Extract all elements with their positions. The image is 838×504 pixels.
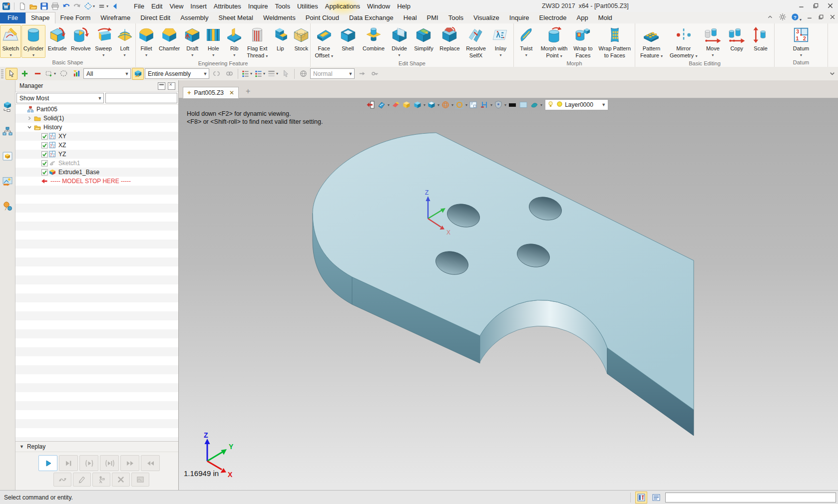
viewport-canvas[interactable]: Z X Z Y X <box>179 98 838 491</box>
part-top-face[interactable] <box>313 133 694 410</box>
ribbon-button-datum[interactable]: 312Datum▾ <box>791 25 812 58</box>
panel-chevron-icon[interactable] <box>826 68 838 80</box>
ribbon-button-chamfer[interactable]: Chamfer <box>157 25 182 52</box>
chevron-down-icon[interactable]: ▾ <box>504 103 506 107</box>
tree-row-xy[interactable]: XY <box>15 132 178 141</box>
chevron-down-icon[interactable]: ▾ <box>423 103 425 107</box>
document-restore-button[interactable] <box>818 13 825 22</box>
chevron-down-icon[interactable]: ▾ <box>490 103 492 107</box>
silhouette-ring-icon[interactable] <box>454 100 464 110</box>
ribbon-button-simplify[interactable]: Simplify <box>412 25 435 52</box>
expander-expanded-icon[interactable] <box>25 124 33 130</box>
assembly-shield-icon[interactable] <box>493 100 503 110</box>
tree-row-history[interactable]: History <box>15 123 178 132</box>
ribbon-button-stock[interactable]: Stock <box>291 25 312 52</box>
face-display-icon[interactable] <box>426 100 436 110</box>
menu-tools[interactable]: Tools <box>272 1 294 11</box>
toolbar-grip[interactable] <box>1 69 3 78</box>
back-triangle-icon[interactable] <box>111 2 119 10</box>
ribbon-button-flag-ext-thread[interactable]: Flag ExtThread ▾ <box>245 25 270 60</box>
window-close-button[interactable] <box>827 2 834 11</box>
pick-stack-icon[interactable]: ▾ <box>267 68 279 80</box>
redo-icon[interactable] <box>73 2 81 10</box>
tree-row-model-stop-here[interactable]: ----- MODEL STOP HERE ----- <box>15 177 178 186</box>
tab-heal[interactable]: Heal <box>399 12 422 23</box>
ribbon-button-wrap-to-faces[interactable]: Wrap toFaces <box>571 25 594 59</box>
window-restore-button[interactable] <box>812 2 820 11</box>
wireframe-sphere-icon[interactable] <box>440 100 450 110</box>
window-minimize-button[interactable] <box>798 2 805 11</box>
help-button[interactable]: ?▾ <box>791 13 802 22</box>
combo-normal[interactable]: Normal▼ <box>310 68 355 79</box>
ribbon-button-wrap-pattern-to-faces[interactable]: Wrap Patternto Faces <box>596 25 633 59</box>
ribbon-button-move[interactable]: Move▾ <box>702 25 723 58</box>
chevron-down-icon[interactable]: ▾ <box>540 103 542 107</box>
tab-mold[interactable]: Mold <box>593 12 617 23</box>
ribbon-button-pattern-feature[interactable]: PatternFeature ▾ <box>638 25 665 60</box>
section-view-icon[interactable] <box>479 100 489 110</box>
swatch-black-icon[interactable] <box>507 100 517 110</box>
manager-float-button[interactable] <box>158 82 165 90</box>
ref-plane-icon[interactable] <box>132 68 144 80</box>
new-file-icon[interactable] <box>18 2 26 10</box>
tab-inquire[interactable]: Inquire <box>504 12 534 23</box>
tab-direct-edit[interactable]: Direct Edit <box>135 12 175 23</box>
tree-row-solid-1[interactable]: Solid(1) <box>15 114 178 123</box>
output-list-icon[interactable] <box>650 492 662 504</box>
tab-file[interactable]: File <box>0 12 25 23</box>
tree-search-input[interactable] <box>105 93 177 103</box>
ribbon-button-morph-with-point[interactable]: Morph withPoint ▾ <box>539 25 570 60</box>
select-diamond-icon[interactable]: ▾ <box>84 2 95 10</box>
pick-last-icon[interactable]: ▾ <box>241 68 253 80</box>
ribbon-button-shell[interactable]: Shell <box>338 25 359 52</box>
tab-weldments[interactable]: Weldments <box>258 12 301 23</box>
ribbon-button-sweep[interactable]: Sweep▾ <box>93 25 114 58</box>
ribbon-button-draft[interactable]: Draft▾ <box>182 25 203 58</box>
ribbon-button-sketch[interactable]: Sketch▾ <box>0 25 21 58</box>
menu-utilities[interactable]: Utilities <box>294 1 322 11</box>
swatch-blue-icon[interactable] <box>518 100 528 110</box>
zoom-frame-icon[interactable] <box>468 100 478 110</box>
tab-pmi[interactable]: PMI <box>422 12 443 23</box>
manager-tab-render[interactable] <box>1 175 13 187</box>
menu-help[interactable]: Help <box>394 1 414 11</box>
tab-wireframe[interactable]: Wireframe <box>95 12 135 23</box>
ribbon-button-combine[interactable]: Combine <box>361 25 387 52</box>
replay-header[interactable]: ▼ Replay <box>15 442 178 452</box>
tree-row-extrude1-base[interactable]: Extrude1_Base <box>15 168 178 177</box>
ribbon-button-hole[interactable]: Hole▾ <box>203 25 224 58</box>
tree-row-yz[interactable]: YZ <box>15 150 178 159</box>
manager-tab-history[interactable] <box>1 100 13 112</box>
manager-tab-inquire[interactable] <box>1 200 13 212</box>
exit-red-icon[interactable] <box>365 100 376 110</box>
replay-play-button[interactable] <box>38 455 57 471</box>
ribbon-button-rib[interactable]: Rib▾ <box>224 25 245 58</box>
plus-green-icon[interactable] <box>18 68 30 80</box>
checkbox-checked-icon[interactable] <box>40 151 48 158</box>
ribbon-button-scale[interactable]: Scale <box>750 25 771 52</box>
minus-red-icon[interactable] <box>31 68 43 80</box>
chevron-down-icon[interactable]: ▾ <box>465 103 467 107</box>
show-box-icon[interactable] <box>401 100 412 110</box>
tab-close-icon[interactable]: ✕ <box>229 89 234 96</box>
tree-row-xz[interactable]: XZ <box>15 141 178 150</box>
open-folder-icon[interactable] <box>29 2 37 10</box>
print-icon[interactable] <box>51 2 59 10</box>
ribbon-button-revolve[interactable]: Revolve <box>69 25 93 52</box>
ribbon-button-resolve-selfx[interactable]: ResolveSelfX <box>464 25 488 59</box>
combo-all[interactable]: All▼ <box>83 68 131 79</box>
part-model[interactable] <box>313 133 694 436</box>
lasso-icon[interactable] <box>57 68 69 80</box>
ribbon-button-cylinder[interactable]: Cylinder▾ <box>21 25 45 58</box>
menu-applications[interactable]: Applications <box>322 1 364 11</box>
tree-filter-combo[interactable]: Show Most ▼ <box>16 93 104 103</box>
document-close-button[interactable] <box>829 13 836 22</box>
manager-close-button[interactable] <box>168 82 175 90</box>
ribbon-button-copy[interactable]: Copy <box>726 25 747 52</box>
menu-attributes[interactable]: Attributes <box>210 1 245 11</box>
checkbox-checked-icon[interactable] <box>40 142 48 149</box>
tab-free-form[interactable]: Free Form <box>55 12 96 23</box>
tree-row-part005[interactable]: Part005 <box>15 105 178 114</box>
ribbon-button-twist[interactable]: Twist▾ <box>516 25 537 58</box>
tab-electrode[interactable]: Electrode <box>534 12 572 23</box>
